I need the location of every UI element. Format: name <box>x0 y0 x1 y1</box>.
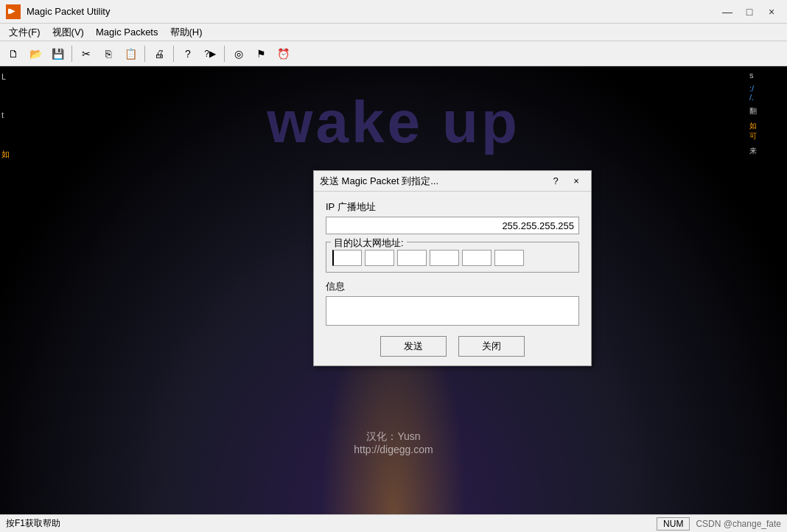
toolbar-copy[interactable]: ⎘ <box>98 43 119 64</box>
toolbar-target[interactable]: ◎ <box>228 43 249 64</box>
dialog-buttons: 发送 关闭 <box>326 336 579 357</box>
status-bar: 按F1获取帮助 NUM CSDN @change_fate <box>0 514 787 532</box>
status-right: NUM CSDN @change_fate <box>657 517 781 531</box>
toolbar-paste[interactable]: 📋 <box>120 43 141 64</box>
toolbar-new[interactable]: 🗋 <box>3 43 24 64</box>
dialog-help-button[interactable]: ? <box>547 174 564 189</box>
toolbar-clock[interactable]: ⏰ <box>273 43 293 64</box>
dialog-title: 发送 Magic Packet 到指定... <box>320 175 547 188</box>
mac-legend: 目的以太网地址: <box>331 237 407 250</box>
status-user: CSDN @change_fate <box>696 519 781 529</box>
mac-field-6[interactable] <box>494 250 524 266</box>
menu-bar: 文件(F) 视图(V) Magic Packets 帮助(H) <box>0 24 787 41</box>
send-button[interactable]: 发送 <box>380 336 447 357</box>
mac-field-4[interactable] <box>430 250 459 266</box>
ip-input-row <box>326 217 579 234</box>
toolbar-separator-2 <box>144 46 145 62</box>
dialog-overlay: 发送 Magic Packet 到指定... ? × IP 广播地址 目的以太网… <box>0 66 787 514</box>
close-button[interactable]: × <box>762 4 781 20</box>
mac-field-1[interactable] <box>332 250 362 266</box>
title-bar: ▶ Magic Packet Utility — □ × <box>0 0 787 24</box>
minimize-button[interactable]: — <box>718 4 737 20</box>
toolbar-print[interactable]: 🖨 <box>149 43 169 64</box>
main-content: wake up 汉化：Yusn http://digegg.com L t 如 … <box>0 66 787 514</box>
toolbar-help[interactable]: ? <box>178 43 198 64</box>
menu-file[interactable]: 文件(F) <box>3 24 46 41</box>
window-title: Magic Packet Utility <box>27 6 718 17</box>
toolbar-context-help[interactable]: ?▶ <box>200 43 220 64</box>
app-icon: ▶ <box>6 4 21 19</box>
mac-group: 目的以太网地址: <box>326 242 579 273</box>
toolbar-cut[interactable]: ✂ <box>76 43 97 64</box>
mac-field-3[interactable] <box>397 250 427 266</box>
menu-view[interactable]: 视图(V) <box>46 24 90 41</box>
toolbar-save[interactable]: 💾 <box>47 43 68 64</box>
dialog-titlebar: 发送 Magic Packet 到指定... ? × <box>314 171 591 192</box>
mac-fields <box>332 250 573 266</box>
toolbar-separator-4 <box>224 46 225 62</box>
toolbar-open[interactable]: 📂 <box>25 43 46 64</box>
info-label: 信息 <box>326 280 579 293</box>
num-badge: NUM <box>657 517 690 531</box>
close-dialog-btn[interactable]: 关闭 <box>458 336 525 357</box>
toolbar-flag[interactable]: ⚑ <box>251 43 271 64</box>
info-input[interactable] <box>326 296 579 326</box>
toolbar-separator-1 <box>71 46 72 62</box>
mac-field-2[interactable] <box>365 250 394 266</box>
toolbar-separator-3 <box>173 46 174 62</box>
ip-label: IP 广播地址 <box>326 200 579 214</box>
info-section: 信息 <box>326 280 579 326</box>
mac-field-5[interactable] <box>462 250 492 266</box>
window-controls: — □ × <box>718 4 781 20</box>
dialog-close-button[interactable]: × <box>567 174 585 189</box>
menu-magic-packets[interactable]: Magic Packets <box>90 25 164 39</box>
menu-help[interactable]: 帮助(H) <box>164 24 209 41</box>
toolbar: 🗋 📂 💾 ✂ ⎘ 📋 🖨 ? ?▶ ◎ ⚑ ⏰ <box>0 41 787 66</box>
dialog-controls: ? × <box>547 174 585 189</box>
maximize-button[interactable]: □ <box>740 4 759 20</box>
dialog-body: IP 广播地址 目的以太网地址: <box>314 192 591 365</box>
status-help-text: 按F1获取帮助 <box>6 517 657 530</box>
send-dialog: 发送 Magic Packet 到指定... ? × IP 广播地址 目的以太网… <box>313 170 592 366</box>
ip-input[interactable] <box>331 220 574 231</box>
